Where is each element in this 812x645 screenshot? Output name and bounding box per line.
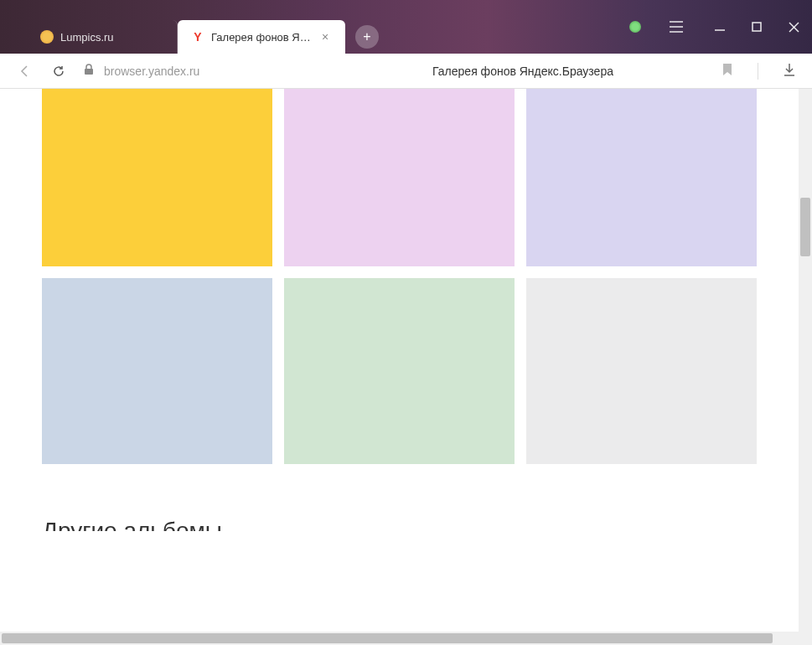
new-tab-button[interactable]: + <box>355 25 379 49</box>
tab-yandex-gallery[interactable]: Y Галерея фонов Яндекс × <box>178 20 345 54</box>
section-title: Другие альбомы <box>0 476 799 531</box>
bookmark-icon <box>722 63 732 76</box>
gallery-item-blue[interactable] <box>42 278 272 464</box>
close-tab-icon[interactable]: × <box>318 30 332 44</box>
address-bar: browser.yandex.ru Галерея фонов Яндекс.Б… <box>0 54 812 89</box>
arrow-left-icon <box>18 64 32 78</box>
browser-window: Lumpics.ru Y Галерея фонов Яндекс × + <box>0 0 812 645</box>
extension-indicator-icon[interactable] <box>629 21 641 33</box>
gallery-grid <box>0 89 799 476</box>
reload-icon <box>52 64 65 78</box>
plus-icon: + <box>363 29 370 44</box>
content-wrapper: Другие альбомы <box>0 89 812 632</box>
menu-button[interactable] <box>658 8 695 45</box>
close-icon <box>789 22 799 33</box>
page-title: Галерея фонов Яндекс.Браузера <box>340 64 706 78</box>
tabs-container: Lumpics.ru Y Галерея фонов Яндекс × + <box>27 0 379 54</box>
favicon-lumpics <box>40 30 54 44</box>
maximize-button[interactable] <box>738 8 775 45</box>
address-bar-right <box>722 63 795 80</box>
close-window-button[interactable] <box>775 8 812 45</box>
gallery-item-yellow[interactable] <box>42 89 272 266</box>
minimize-icon <box>715 22 725 32</box>
gallery-item-pink[interactable] <box>284 89 515 266</box>
gallery-item-green[interactable] <box>284 278 515 464</box>
back-button[interactable] <box>17 63 34 80</box>
titlebar: Lumpics.ru Y Галерея фонов Яндекс × + <box>0 0 812 54</box>
tab-title-lumpics: Lumpics.ru <box>60 31 163 44</box>
gallery-item-grey[interactable] <box>526 278 757 464</box>
hamburger-icon <box>670 21 683 33</box>
downloads-button[interactable] <box>784 63 795 80</box>
bookmark-button[interactable] <box>722 63 732 80</box>
horizontal-scrollbar[interactable] <box>0 632 812 645</box>
reload-button[interactable] <box>50 63 67 80</box>
window-controls <box>629 0 812 54</box>
favicon-yandex: Y <box>191 30 204 44</box>
minimize-button[interactable] <box>701 8 738 45</box>
divider <box>758 63 758 80</box>
vertical-scrollbar[interactable] <box>799 89 812 632</box>
svg-rect-4 <box>753 23 761 31</box>
tab-lumpics[interactable]: Lumpics.ru <box>27 20 178 54</box>
lock-icon <box>84 64 94 78</box>
horizontal-scrollbar-thumb[interactable] <box>2 633 773 643</box>
download-icon <box>784 63 795 76</box>
maximize-icon <box>752 22 762 32</box>
tab-title-yandex: Галерея фонов Яндекс <box>211 31 312 44</box>
vertical-scrollbar-thumb[interactable] <box>800 198 810 256</box>
content-area: Другие альбомы <box>0 89 799 632</box>
gallery-item-lavender[interactable] <box>526 89 757 266</box>
svg-rect-7 <box>85 69 93 75</box>
url-text: browser.yandex.ru <box>104 64 199 78</box>
